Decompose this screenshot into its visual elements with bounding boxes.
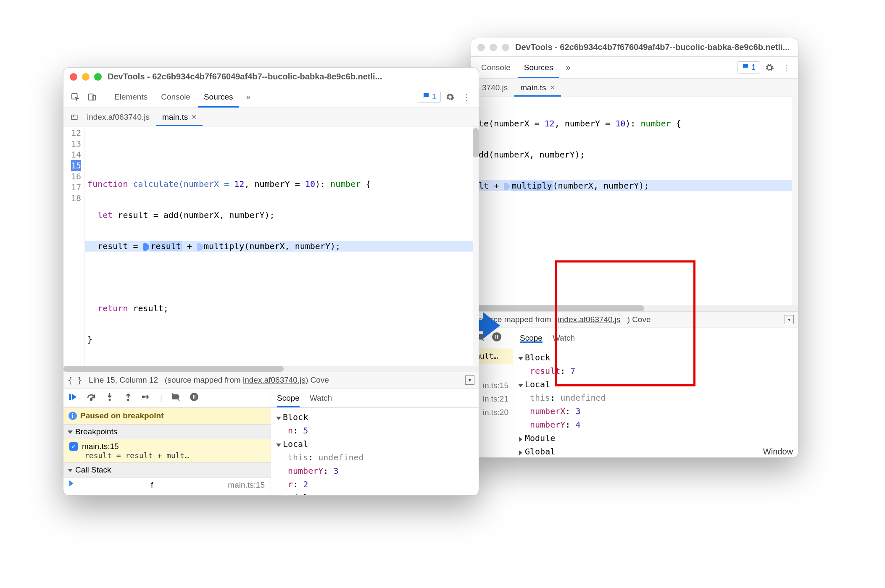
resume-icon[interactable]: [68, 392, 78, 404]
min-dot[interactable]: [490, 44, 497, 51]
breakpoint-item[interactable]: ✓main.ts:15 result = result + mult…: [63, 439, 271, 462]
svg-rect-6: [71, 115, 77, 119]
status-bar: { } Line 15, Column 12 (source mapped fr…: [63, 372, 479, 388]
coverage-toggle[interactable]: ▾: [785, 315, 794, 324]
tab-sources[interactable]: Sources: [198, 86, 239, 108]
scope-local[interactable]: Local: [518, 378, 793, 391]
tab-elements[interactable]: Elements: [108, 86, 153, 108]
issues-badge[interactable]: 1: [418, 91, 441, 103]
scope-block[interactable]: Block: [276, 410, 474, 424]
watch-tab[interactable]: Watch: [310, 388, 332, 407]
svg-point-9: [109, 399, 111, 401]
svg-rect-14: [195, 395, 195, 399]
file-tab-indexjs[interactable]: index.af063740.js: [81, 108, 155, 126]
titlebar: DevTools - 62c6b934c4b7f676049af4b7--buc…: [471, 38, 798, 57]
exec-marker-icon: [143, 243, 149, 251]
svg-point-11: [142, 396, 144, 398]
status-bar: (source mapped from index.af063740.js) C…: [471, 311, 798, 328]
sourcemap-link[interactable]: index.af063740.js: [243, 375, 306, 384]
svg-point-12: [190, 393, 198, 401]
gutter: 12 13 14 15 16 17 18: [63, 126, 85, 366]
callstack-header[interactable]: Call Stack: [63, 462, 271, 478]
watch-tab[interactable]: Watch: [553, 333, 575, 343]
chat-icon: [742, 63, 749, 72]
scope-tab[interactable]: Scope: [520, 333, 543, 343]
tab-console[interactable]: Console: [155, 86, 196, 108]
kebab-icon[interactable]: ⋮: [779, 60, 794, 75]
callstack-frame[interactable]: fmain.ts:15: [63, 478, 271, 493]
svg-rect-7: [69, 394, 71, 400]
step-out-icon[interactable]: [123, 392, 133, 404]
close-icon[interactable]: ✕: [191, 113, 197, 121]
pretty-print-icon[interactable]: { }: [68, 375, 82, 385]
callstack-frame[interactable]: (anonymous)main.ts:21: [63, 493, 271, 496]
file-tab-maints[interactable]: main.ts✕: [156, 108, 203, 126]
max-dot[interactable]: [94, 73, 102, 81]
scope-block[interactable]: Block: [518, 351, 793, 364]
file-tab-indexjs[interactable]: 3740.js: [476, 79, 514, 97]
svg-point-8: [90, 399, 92, 400]
code-editor[interactable]: 12 13 14 15 16 17 18 function calculate(…: [63, 126, 479, 366]
h-scrollbar[interactable]: [471, 305, 798, 311]
window-title: DevTools - 62c6b934c4b7f676049af4b7--buc…: [108, 72, 382, 81]
more-tabs-icon[interactable]: »: [561, 60, 576, 75]
svg-rect-13: [193, 395, 194, 399]
sourcemap-link[interactable]: index.af063740.js: [558, 315, 621, 324]
scope-panel: Block n: 5 Local this: undefined numberY…: [271, 408, 479, 496]
devtools-window-b: DevTools - 62c6b934c4b7f676049af4b7--buc…: [471, 38, 798, 458]
svg-point-10: [127, 399, 129, 401]
chat-icon: [422, 92, 430, 102]
scrollbar[interactable]: [792, 97, 798, 305]
close-dot[interactable]: [477, 44, 485, 51]
kebab-icon[interactable]: ⋮: [459, 89, 474, 105]
code-editor[interactable]: ate(numberX = 12, numberY = 10): number …: [471, 97, 798, 305]
traffic-lights: [477, 44, 509, 51]
v-scrollbar[interactable]: [473, 126, 479, 366]
tab-sources[interactable]: Sources: [518, 57, 559, 78]
close-dot[interactable]: [70, 73, 77, 81]
traffic-lights: [70, 73, 102, 81]
step-over-icon[interactable]: [86, 392, 96, 404]
paused-banner: i Paused on breakpoint: [63, 408, 271, 424]
issues-badge[interactable]: 1: [737, 61, 760, 74]
file-tab-maints[interactable]: main.ts✕: [514, 79, 561, 97]
file-tabs: 3740.js main.ts✕: [471, 79, 798, 97]
navigator-toggle-icon[interactable]: [68, 110, 80, 125]
info-icon: i: [68, 412, 77, 420]
debug-controls: |: [63, 388, 271, 408]
step-marker-icon: [504, 183, 510, 190]
coverage-toggle[interactable]: ▾: [465, 375, 474, 385]
min-dot[interactable]: [82, 73, 90, 81]
scope-module[interactable]: Module: [276, 491, 474, 496]
toolbar: Elements Console Sources » 1 ⋮: [63, 86, 479, 108]
tab-console[interactable]: Console: [475, 57, 516, 78]
h-scrollbar[interactable]: [63, 366, 479, 372]
more-tabs-icon[interactable]: »: [241, 89, 256, 105]
gear-icon[interactable]: [762, 60, 777, 75]
device-icon[interactable]: [84, 89, 100, 105]
deactivate-bp-icon[interactable]: [171, 392, 181, 404]
step-marker-icon: [197, 243, 203, 251]
step-icon[interactable]: [142, 392, 152, 404]
gear-icon[interactable]: [442, 89, 458, 105]
breakpoints-header[interactable]: Breakpoints: [63, 424, 271, 439]
inspect-icon[interactable]: [68, 89, 83, 105]
scope-global[interactable]: GlobalWindow: [518, 445, 793, 458]
step-into-icon[interactable]: [105, 392, 115, 404]
scope-local[interactable]: Local: [276, 437, 474, 451]
scope-watch-tabs: Scope Watch: [271, 388, 479, 408]
close-icon[interactable]: ✕: [550, 84, 555, 92]
file-tabs: index.af063740.js main.ts✕: [63, 108, 479, 126]
scope-tab[interactable]: Scope: [277, 388, 300, 407]
devtools-window-a: DevTools - 62c6b934c4b7f676049af4b7--buc…: [63, 67, 479, 496]
scope-module[interactable]: Module: [518, 431, 793, 445]
max-dot[interactable]: [502, 44, 509, 51]
window-title: DevTools - 62c6b934c4b7f676049af4b7--buc…: [515, 42, 790, 52]
scope-panel: Block result: 7 Local this: undefined nu…: [513, 348, 798, 458]
checkbox-icon[interactable]: ✓: [69, 442, 78, 451]
pause-exceptions-icon[interactable]: [189, 392, 199, 404]
titlebar: DevTools - 62c6b934c4b7f676049af4b7--buc…: [63, 68, 479, 86]
toolbar: Console Sources » 1 ⋮: [471, 57, 798, 79]
